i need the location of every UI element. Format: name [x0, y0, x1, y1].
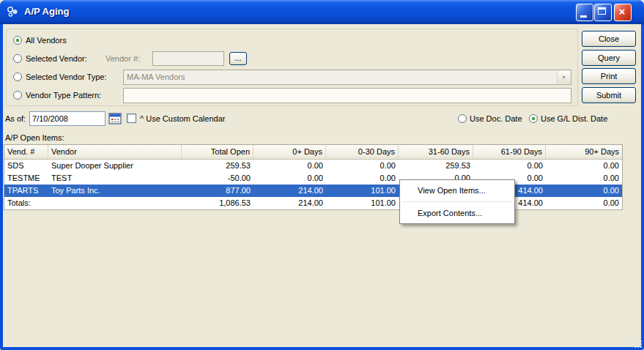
column-header-61-90-days[interactable]: 61-90 Days [473, 145, 546, 159]
app-icon [7, 6, 18, 18]
selected-vendor-type-label[interactable]: Selected Vendor Type: [26, 72, 107, 82]
column-header-total-open[interactable]: Total Open [182, 145, 253, 159]
column-header-vendor[interactable]: Vendor [48, 145, 182, 159]
print-button[interactable]: Print [582, 68, 636, 84]
cell-0-30-days: 101.00 [326, 185, 399, 197]
menu-separator [403, 201, 511, 202]
table-row-selected[interactable]: TPARTS Toy Parts Inc. 877.00 214.00 101.… [4, 185, 622, 197]
vendor-type-value: MA-MA Vendors [127, 72, 185, 81]
table-row-totals[interactable]: Totals: 1,086.53 214.00 101.00 414.00 0.… [4, 197, 622, 209]
cell-0-30-days: 0.00 [326, 172, 399, 185]
minimize-icon [580, 15, 587, 18]
custom-calendar-label[interactable]: ^ Use Custom Calendar [140, 114, 225, 124]
cell-total-open: 259.53 [182, 160, 253, 172]
all-vendors-radio[interactable] [13, 36, 22, 45]
close-window-button[interactable]: × [614, 4, 632, 21]
use-doc-date-label[interactable]: Use Doc. Date [470, 114, 522, 124]
browse-vendors-button[interactable]: ... [229, 52, 247, 65]
use-gl-dist-date-label[interactable]: Use G/L Dist. Date [541, 114, 607, 124]
vendor-type-pattern-radio[interactable] [13, 91, 22, 100]
cell-90-plus-days: 0.00 [546, 172, 622, 185]
cell-61-90-days: 0.00 [473, 160, 546, 172]
menu-item-export-contents[interactable]: Export Contents... [401, 204, 513, 222]
custom-calendar-checkbox[interactable] [127, 113, 136, 123]
vendor-type-pattern-label[interactable]: Vendor Type Pattern: [26, 91, 101, 100]
calendar-icon [108, 111, 122, 126]
context-menu: View Open Items... Export Contents... [399, 179, 515, 224]
vendor-number-label: Vendor #: [106, 54, 140, 64]
open-items-table: Vend. # Vendor Total Open 0+ Days 0-30 D… [4, 144, 623, 210]
cell-0-30-days: 101.00 [326, 197, 399, 209]
cell-vend-no: TESTME [4, 172, 48, 185]
client-area: All Vendors Selected Vendor: Vendor #: .… [3, 24, 641, 347]
query-button[interactable]: Query [582, 50, 636, 66]
maximize-button[interactable] [594, 4, 612, 21]
cell-total-open: -50.00 [182, 172, 253, 185]
cell-vend-no: SDS [4, 160, 48, 172]
dropdown-arrow-icon[interactable]: ▼ [557, 71, 570, 83]
column-header-0-30-days[interactable]: 0-30 Days [326, 145, 399, 159]
cell-vendor: Super Dooper Supplier [48, 160, 182, 172]
cell-vend-no: TPARTS [4, 185, 48, 197]
table-row[interactable]: SDS Super Dooper Supplier 259.53 0.00 0.… [4, 160, 622, 172]
cell-31-60-days: 259.53 [399, 160, 473, 172]
column-header-vend-no[interactable]: Vend. # [4, 145, 48, 159]
titlebar[interactable]: A/P Aging × [0, 0, 644, 24]
selected-vendor-radio[interactable] [13, 54, 22, 63]
ap-aging-window: A/P Aging × All Vendors Selected Vendor:… [0, 0, 644, 350]
as-of-label: As of: [5, 114, 26, 124]
cell-0-plus-days: 0.00 [253, 160, 326, 172]
calendar-button[interactable] [108, 111, 122, 126]
cell-total-open: 1,086.53 [182, 197, 253, 209]
maximize-icon [598, 7, 606, 15]
cell-vend-no: Totals: [4, 197, 48, 209]
table-header: Vend. # Vendor Total Open 0+ Days 0-30 D… [4, 145, 622, 160]
selected-vendor-type-radio[interactable] [13, 72, 22, 81]
table-row[interactable]: TESTME TEST -50.00 0.00 0.00 0.00 0.00 0… [4, 172, 622, 185]
cell-vendor: Toy Parts Inc. [48, 185, 182, 197]
cell-vendor [48, 197, 182, 209]
vendor-number-input[interactable] [152, 51, 224, 66]
vendor-pattern-input[interactable] [123, 88, 571, 103]
cell-90-plus-days: 0.00 [546, 160, 622, 172]
close-icon: × [615, 4, 629, 19]
all-vendors-label[interactable]: All Vendors [26, 36, 67, 45]
cell-90-plus-days: 0.00 [546, 197, 622, 209]
resize-grip[interactable] [633, 339, 643, 349]
open-items-caption: A/P Open Items: [5, 133, 64, 143]
cell-90-plus-days: 0.00 [546, 185, 622, 197]
column-header-90-plus-days[interactable]: 90+ Days [546, 145, 622, 159]
cell-vendor: TEST [48, 172, 182, 185]
minimize-button[interactable] [576, 4, 593, 21]
close-button[interactable]: Close [582, 31, 636, 47]
column-header-0-plus-days[interactable]: 0+ Days [253, 145, 326, 159]
cell-0-30-days: 0.00 [326, 160, 399, 172]
selected-vendor-label[interactable]: Selected Vendor: [26, 54, 87, 64]
use-gl-dist-date-radio[interactable] [529, 114, 538, 123]
menu-item-view-open-items[interactable]: View Open Items... [401, 182, 513, 199]
cell-0-plus-days: 0.00 [253, 172, 326, 185]
cell-0-plus-days: 214.00 [253, 185, 326, 197]
column-header-31-60-days[interactable]: 31-60 Days [399, 145, 473, 159]
submit-button[interactable]: Submit [582, 87, 636, 103]
use-doc-date-radio[interactable] [458, 114, 467, 123]
cell-0-plus-days: 214.00 [253, 197, 326, 209]
cell-total-open: 877.00 [182, 185, 253, 197]
window-title: A/P Aging [24, 6, 69, 17]
vendor-type-select[interactable]: MA-MA Vendors ▼ [123, 70, 571, 85]
as-of-date-input[interactable] [29, 111, 106, 126]
